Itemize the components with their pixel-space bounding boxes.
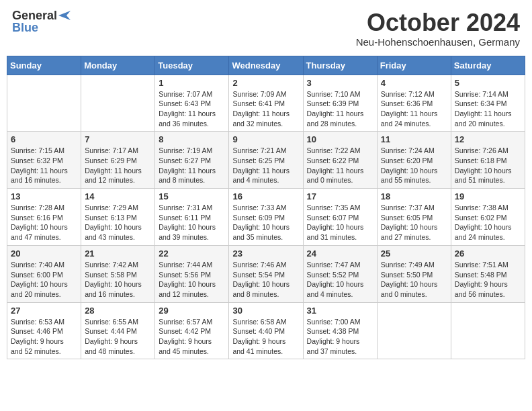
calendar-cell: 28Sunrise: 6:55 AM Sunset: 4:44 PM Dayli… <box>81 302 155 359</box>
day-number: 19 <box>455 191 521 201</box>
day-info: Sunrise: 7:24 AM Sunset: 6:20 PM Dayligh… <box>381 146 447 185</box>
logo: General Blue <box>12 9 71 34</box>
day-info: Sunrise: 7:37 AM Sunset: 6:05 PM Dayligh… <box>381 203 447 242</box>
day-number: 3 <box>307 78 373 88</box>
calendar-cell: 10Sunrise: 7:22 AM Sunset: 6:22 PM Dayli… <box>303 132 377 189</box>
calendar-cell: 5Sunrise: 7:14 AM Sunset: 6:34 PM Daylig… <box>451 75 525 132</box>
calendar-cell: 6Sunrise: 7:15 AM Sunset: 6:32 PM Daylig… <box>7 132 81 189</box>
day-info: Sunrise: 7:07 AM Sunset: 6:43 PM Dayligh… <box>159 89 225 129</box>
day-info: Sunrise: 7:47 AM Sunset: 5:52 PM Dayligh… <box>307 260 373 300</box>
day-number: 8 <box>159 134 225 144</box>
day-info: Sunrise: 7:35 AM Sunset: 6:07 PM Dayligh… <box>307 203 373 242</box>
calendar-cell: 4Sunrise: 7:12 AM Sunset: 6:36 PM Daylig… <box>377 75 451 132</box>
calendar-cell: 24Sunrise: 7:47 AM Sunset: 5:52 PM Dayli… <box>303 245 377 302</box>
day-number: 11 <box>381 134 447 144</box>
day-number: 25 <box>381 248 447 259</box>
day-number: 5 <box>455 78 521 88</box>
calendar-cell: 1Sunrise: 7:07 AM Sunset: 6:43 PM Daylig… <box>155 75 229 132</box>
day-info: Sunrise: 7:46 AM Sunset: 5:54 PM Dayligh… <box>232 260 299 300</box>
day-info: Sunrise: 7:12 AM Sunset: 6:36 PM Dayligh… <box>381 89 447 129</box>
day-info: Sunrise: 7:38 AM Sunset: 6:02 PM Dayligh… <box>455 203 521 242</box>
calendar-cell: 30Sunrise: 6:58 AM Sunset: 4:40 PM Dayli… <box>229 302 303 359</box>
calendar-cell: 19Sunrise: 7:38 AM Sunset: 6:02 PM Dayli… <box>451 189 525 246</box>
day-info: Sunrise: 7:28 AM Sunset: 6:16 PM Dayligh… <box>11 203 77 242</box>
day-number: 20 <box>11 248 77 259</box>
day-info: Sunrise: 6:55 AM Sunset: 4:44 PM Dayligh… <box>85 317 151 357</box>
day-number: 6 <box>11 134 77 144</box>
calendar-cell: 8Sunrise: 7:19 AM Sunset: 6:27 PM Daylig… <box>155 132 229 189</box>
day-number: 7 <box>85 134 151 144</box>
day-info: Sunrise: 7:21 AM Sunset: 6:25 PM Dayligh… <box>232 146 299 185</box>
weekday-header-tuesday: Tuesday <box>155 56 229 75</box>
page-header: General Blue October 2024 Neu-Hohenschoe… <box>7 7 525 50</box>
calendar-cell: 16Sunrise: 7:33 AM Sunset: 6:09 PM Dayli… <box>229 189 303 246</box>
day-info: Sunrise: 6:58 AM Sunset: 4:40 PM Dayligh… <box>232 317 299 357</box>
calendar-cell: 25Sunrise: 7:49 AM Sunset: 5:50 PM Dayli… <box>377 245 451 302</box>
calendar-week-row: 1Sunrise: 7:07 AM Sunset: 6:43 PM Daylig… <box>7 75 525 132</box>
calendar-cell: 23Sunrise: 7:46 AM Sunset: 5:54 PM Dayli… <box>229 245 303 302</box>
day-number: 2 <box>232 78 299 88</box>
svg-marker-0 <box>58 11 71 20</box>
weekday-header-wednesday: Wednesday <box>229 56 303 75</box>
day-info: Sunrise: 7:22 AM Sunset: 6:22 PM Dayligh… <box>307 146 373 185</box>
day-info: Sunrise: 7:40 AM Sunset: 6:00 PM Dayligh… <box>11 260 77 300</box>
day-info: Sunrise: 7:09 AM Sunset: 6:41 PM Dayligh… <box>232 89 299 129</box>
calendar-cell: 18Sunrise: 7:37 AM Sunset: 6:05 PM Dayli… <box>377 189 451 246</box>
day-number: 15 <box>159 191 225 201</box>
day-number: 26 <box>455 248 521 259</box>
month-title: October 2024 <box>356 9 520 36</box>
day-number: 23 <box>232 248 299 259</box>
day-number: 13 <box>11 191 77 201</box>
day-info: Sunrise: 7:15 AM Sunset: 6:32 PM Dayligh… <box>11 146 77 185</box>
day-number: 21 <box>85 248 151 259</box>
weekday-header-monday: Monday <box>81 56 155 75</box>
calendar-cell: 22Sunrise: 7:44 AM Sunset: 5:56 PM Dayli… <box>155 245 229 302</box>
calendar-cell: 14Sunrise: 7:29 AM Sunset: 6:13 PM Dayli… <box>81 189 155 246</box>
day-number: 17 <box>307 191 373 201</box>
calendar-cell <box>377 302 451 359</box>
day-info: Sunrise: 7:31 AM Sunset: 6:11 PM Dayligh… <box>159 203 225 242</box>
calendar-cell: 15Sunrise: 7:31 AM Sunset: 6:11 PM Dayli… <box>155 189 229 246</box>
title-section: October 2024 Neu-Hohenschoenhausen, Germ… <box>356 9 520 48</box>
calendar-cell: 27Sunrise: 6:53 AM Sunset: 4:46 PM Dayli… <box>7 302 81 359</box>
day-info: Sunrise: 7:51 AM Sunset: 5:48 PM Dayligh… <box>455 260 521 300</box>
calendar-week-row: 6Sunrise: 7:15 AM Sunset: 6:32 PM Daylig… <box>7 132 525 189</box>
day-info: Sunrise: 7:14 AM Sunset: 6:34 PM Dayligh… <box>455 89 521 129</box>
day-number: 22 <box>159 248 225 259</box>
calendar-cell: 2Sunrise: 7:09 AM Sunset: 6:41 PM Daylig… <box>229 75 303 132</box>
weekday-header-friday: Friday <box>377 56 451 75</box>
calendar-cell <box>7 75 81 132</box>
day-number: 10 <box>307 134 373 144</box>
day-info: Sunrise: 7:33 AM Sunset: 6:09 PM Dayligh… <box>232 203 299 242</box>
weekday-header-thursday: Thursday <box>303 56 377 75</box>
day-info: Sunrise: 6:57 AM Sunset: 4:42 PM Dayligh… <box>159 317 225 357</box>
calendar-cell: 9Sunrise: 7:21 AM Sunset: 6:25 PM Daylig… <box>229 132 303 189</box>
day-number: 29 <box>159 306 225 316</box>
day-info: Sunrise: 7:42 AM Sunset: 5:58 PM Dayligh… <box>85 260 151 300</box>
logo-bird-icon <box>58 11 71 20</box>
logo-blue-text: Blue <box>12 21 38 34</box>
calendar-cell: 7Sunrise: 7:17 AM Sunset: 6:29 PM Daylig… <box>81 132 155 189</box>
day-info: Sunrise: 7:10 AM Sunset: 6:39 PM Dayligh… <box>307 89 373 129</box>
day-info: Sunrise: 7:17 AM Sunset: 6:29 PM Dayligh… <box>85 146 151 185</box>
calendar-cell <box>81 75 155 132</box>
calendar-week-row: 13Sunrise: 7:28 AM Sunset: 6:16 PM Dayli… <box>7 189 525 246</box>
day-info: Sunrise: 6:53 AM Sunset: 4:46 PM Dayligh… <box>11 317 77 357</box>
calendar-cell: 29Sunrise: 6:57 AM Sunset: 4:42 PM Dayli… <box>155 302 229 359</box>
day-info: Sunrise: 7:44 AM Sunset: 5:56 PM Dayligh… <box>159 260 225 300</box>
logo-general-text: General <box>12 9 57 21</box>
calendar-cell: 3Sunrise: 7:10 AM Sunset: 6:39 PM Daylig… <box>303 75 377 132</box>
day-number: 27 <box>11 306 77 316</box>
calendar-week-row: 27Sunrise: 6:53 AM Sunset: 4:46 PM Dayli… <box>7 302 525 359</box>
calendar-cell: 31Sunrise: 7:00 AM Sunset: 4:38 PM Dayli… <box>303 302 377 359</box>
weekday-header-sunday: Sunday <box>7 56 81 75</box>
calendar-cell: 17Sunrise: 7:35 AM Sunset: 6:07 PM Dayli… <box>303 189 377 246</box>
calendar-cell: 13Sunrise: 7:28 AM Sunset: 6:16 PM Dayli… <box>7 189 81 246</box>
calendar-cell: 12Sunrise: 7:26 AM Sunset: 6:18 PM Dayli… <box>451 132 525 189</box>
calendar-cell: 21Sunrise: 7:42 AM Sunset: 5:58 PM Dayli… <box>81 245 155 302</box>
day-number: 12 <box>455 134 521 144</box>
weekday-header-saturday: Saturday <box>451 56 525 75</box>
calendar-cell: 26Sunrise: 7:51 AM Sunset: 5:48 PM Dayli… <box>451 245 525 302</box>
day-info: Sunrise: 7:19 AM Sunset: 6:27 PM Dayligh… <box>159 146 225 185</box>
calendar-table: SundayMondayTuesdayWednesdayThursdayFrid… <box>7 56 525 360</box>
